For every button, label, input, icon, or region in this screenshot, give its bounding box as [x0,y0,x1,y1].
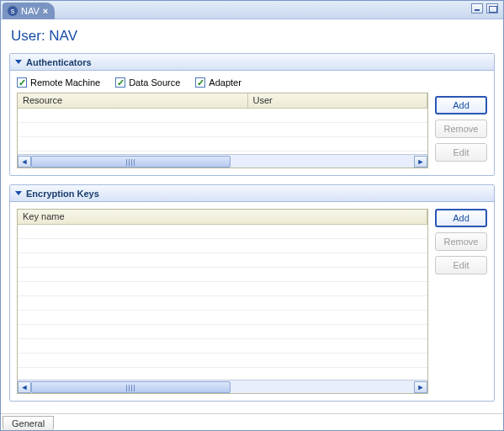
table-row[interactable] [18,296,427,311]
authenticators-table[interactable]: Resource User ◄ [17,93,428,168]
table-row[interactable] [18,354,427,368]
col-user[interactable]: User [248,93,427,108]
chevron-down-icon [15,60,22,64]
editor-window: s NAV × User: NAV Authenticators Remo [0,0,504,431]
table-row[interactable] [18,239,427,253]
check-label: Remote Machine [30,77,100,88]
table-row[interactable] [18,268,427,282]
add-button[interactable]: Add [435,209,487,227]
check-remote-machine[interactable]: Remote Machine [17,77,100,88]
scroll-thumb[interactable] [31,381,231,393]
bottom-tab-bar: General [1,413,503,430]
scroll-track[interactable] [31,156,414,168]
authenticators-header[interactable]: Authenticators [10,54,494,71]
table-header: Resource User [18,93,427,109]
chevron-down-icon [15,191,22,195]
scroll-right-icon[interactable]: ► [414,381,427,393]
authenticator-filters: Remote Machine Data Source Adapter [17,77,428,88]
add-button[interactable]: Add [435,96,487,114]
tab-nav[interactable]: s NAV × [3,3,55,19]
tab-general[interactable]: General [3,416,54,430]
authenticators-section: Authenticators Remote Machine Data Sourc… [9,53,495,176]
content-area: User: NAV Authenticators Remote Machine [1,19,503,413]
checkbox-icon [17,77,27,88]
user-icon: s [8,6,18,16]
remove-button: Remove [435,232,487,251]
encryption-left: Key name [17,209,428,394]
remove-button: Remove [435,120,487,138]
col-key-name[interactable]: Key name [18,210,427,224]
checkbox-icon [195,77,205,88]
check-data-source[interactable]: Data Source [115,77,180,88]
scroll-left-icon[interactable]: ◄ [18,381,31,393]
table-row[interactable] [18,325,427,339]
table-body [18,109,427,154]
window-controls [471,3,498,13]
edit-button: Edit [435,143,487,162]
encryption-header[interactable]: Encryption Keys [10,185,494,202]
section-title: Authenticators [26,57,92,67]
table-row[interactable] [18,282,427,296]
edit-button: Edit [435,256,487,274]
table-row[interactable] [18,109,427,123]
encryption-section: Encryption Keys Key name [9,184,495,402]
authenticators-buttons: Add Remove Edit [435,96,487,168]
h-scrollbar[interactable]: ◄ ► [18,154,427,168]
table-row[interactable] [18,253,427,268]
maximize-icon[interactable] [486,3,498,13]
table-row[interactable] [18,137,427,152]
checkbox-icon [115,77,125,88]
table-row[interactable] [18,311,427,325]
col-resource[interactable]: Resource [18,93,248,108]
section-title: Encryption Keys [26,189,99,199]
table-row[interactable] [18,123,427,137]
scroll-left-icon[interactable]: ◄ [18,156,31,168]
check-adapter[interactable]: Adapter [195,77,241,88]
encryption-buttons: Add Remove Edit [435,209,487,394]
minimize-icon[interactable] [471,3,483,13]
tab-label: NAV [21,6,40,16]
scroll-thumb[interactable] [31,156,231,168]
scroll-right-icon[interactable]: ► [414,156,427,168]
check-label: Data Source [129,77,180,88]
close-icon[interactable]: × [43,6,48,16]
encryption-body: Key name [10,202,494,401]
authenticators-left: Remote Machine Data Source Adapter [17,77,428,168]
tab-bar: s NAV × [1,1,503,19]
page-title: User: NAV [11,28,495,45]
scroll-track[interactable] [31,381,414,393]
table-row[interactable] [18,225,427,239]
table-row[interactable] [18,339,427,354]
h-scrollbar[interactable]: ◄ ► [18,380,427,393]
table-body [18,225,427,380]
authenticators-body: Remote Machine Data Source Adapter [10,71,494,175]
encryption-table[interactable]: Key name [17,209,428,394]
check-label: Adapter [209,77,241,88]
table-header: Key name [18,210,427,225]
